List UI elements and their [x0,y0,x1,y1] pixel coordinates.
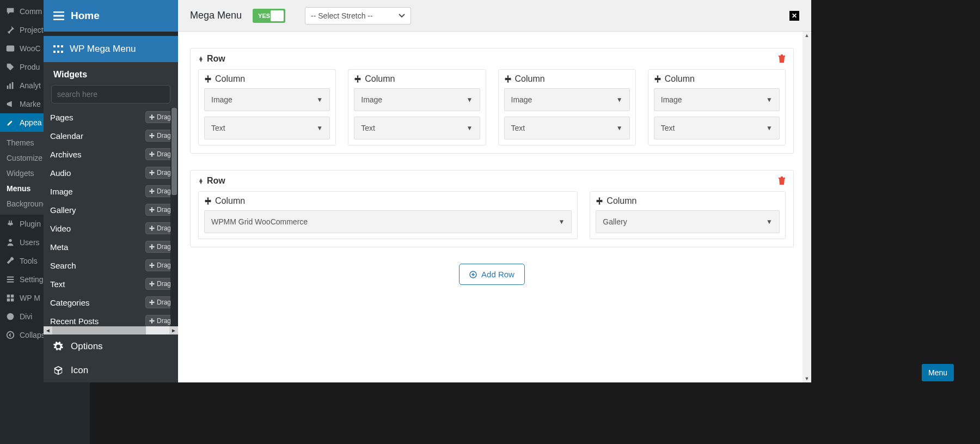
pin-icon [5,25,15,35]
modal-sidebar: Home WP Mega Menu Widgets PagesDragCalen… [44,0,178,382]
wp-mega-menu-label: WP Mega Menu [70,44,136,54]
close-button[interactable]: ✕ [789,11,799,21]
move-icon [204,197,212,205]
widget-item-label: Gallery [50,205,76,215]
column-label: Column [607,196,636,206]
widget-item[interactable]: TextDrag [44,275,178,293]
delete-row-button[interactable] [778,177,786,185]
column-block: ColumnGallery▼ [590,191,786,239]
toggle-knob [271,10,284,21]
column-block: ColumnImage▼Text▼ [198,69,336,145]
options-button[interactable]: Options [44,334,178,358]
bars-icon [5,81,15,90]
placed-widget[interactable]: Text▼ [354,117,480,139]
plug-icon [5,219,15,229]
divi-icon [5,312,15,321]
wp-mega-menu-tab[interactable]: WP Mega Menu [44,36,178,62]
widget-item[interactable]: Recent PostsDrag [44,312,178,326]
row-label: Row [207,176,225,186]
widget-item[interactable]: AudioDrag [44,163,178,182]
svg-rect-2 [9,83,11,89]
modal-main: Mega Menu YES -- Select Stretch -- ✕ ▲▼ … [178,0,811,382]
widget-item[interactable]: GalleryDrag [44,200,178,219]
column-drag-handle[interactable]: Column [654,74,780,84]
widget-item[interactable]: CategoriesDrag [44,293,178,312]
widget-item[interactable]: PagesDrag [44,108,178,126]
placed-widget[interactable]: Image▼ [204,88,330,111]
widget-item[interactable]: ArchivesDrag [44,145,178,163]
hscroll-thumb[interactable] [52,326,146,334]
move-icon [149,133,155,138]
row-drag-handle[interactable]: ▲▼ Row [198,54,225,64]
canvas-scroll-down[interactable]: ▼ [803,375,811,382]
column-drag-handle[interactable]: Column [204,74,330,84]
placed-widget[interactable]: Text▼ [504,117,630,139]
placed-widget[interactable]: Text▼ [204,117,330,139]
trash-icon [778,54,786,63]
tag-icon [5,62,15,72]
scrollbar-thumb[interactable] [171,108,177,195]
column-block: ColumnWPMM Grid WooCommerce▼ [198,191,578,239]
widget-item[interactable]: MetaDrag [44,238,178,256]
woo-icon [5,44,15,53]
placed-widget[interactable]: Image▼ [654,88,780,111]
placed-widget[interactable]: Image▼ [504,88,630,111]
move-icon [149,151,155,157]
move-icon [504,75,512,83]
placed-widget-label: Text [211,124,225,132]
row-block: ▲▼ Row ColumnImage▼Text▼ ColumnImage▼Tex… [190,48,794,154]
canvas-scrollbar[interactable]: ▲ ▼ [803,32,811,382]
canvas-scroll-up[interactable]: ▲ [803,32,811,39]
move-icon [149,207,155,212]
placed-widget[interactable]: Image▼ [354,88,480,111]
row-drag-handle[interactable]: ▲▼ Row [198,176,225,186]
sort-icon: ▲▼ [198,56,204,62]
hscroll-left-arrow[interactable]: ◄ [44,326,52,334]
user-icon [5,238,15,247]
widget-item[interactable]: SearchDrag [44,256,178,275]
svg-rect-3 [12,82,14,89]
column-drag-handle[interactable]: Column [204,196,572,206]
home-button[interactable]: Home [44,0,178,32]
svg-rect-5 [7,295,10,297]
column-drag-handle[interactable]: Column [596,196,780,206]
delete-row-button[interactable] [778,54,786,63]
widget-item[interactable]: ImageDrag [44,182,178,200]
svg-rect-16 [61,51,63,53]
column-drag-handle[interactable]: Column [504,74,630,84]
mega-menu-title: Mega Menu [190,10,242,21]
widget-item-label: Pages [50,113,74,122]
stretch-select[interactable]: -- Select Stretch -- [305,7,411,25]
column-drag-handle[interactable]: Column [354,74,480,84]
widget-list-scrollbar[interactable] [170,108,178,326]
megaphone-icon [5,99,15,109]
svg-rect-1 [7,86,9,89]
widget-item[interactable]: VideoDrag [44,219,178,238]
gear-icon [53,342,63,351]
hscroll-right-arrow[interactable]: ► [169,326,178,334]
placed-widget[interactable]: WPMM Grid WooCommerce▼ [204,210,572,233]
grid-icon [53,45,63,53]
placed-widget[interactable]: Gallery▼ [596,210,780,233]
move-icon [149,300,155,305]
comment-icon [5,7,15,16]
add-row-label: Add Row [481,270,514,279]
svg-point-10 [7,332,14,339]
widget-item[interactable]: CalendarDrag [44,126,178,145]
svg-rect-8 [11,299,14,301]
widget-list-hscroll[interactable]: ◄ ► [44,326,178,334]
column-label: Column [665,74,695,84]
icon-button[interactable]: Icon [44,358,178,382]
save-menu-button[interactable]: Menu [922,364,954,381]
placed-widget[interactable]: Text▼ [654,117,780,139]
widget-search-input[interactable] [51,85,170,104]
placed-widget-label: Image [211,95,232,104]
placed-widget-label: WPMM Grid WooCommerce [211,217,308,226]
move-icon [149,244,155,250]
hscroll-track[interactable] [52,326,169,334]
move-icon [149,281,155,287]
widget-list-scroll[interactable]: PagesDragCalendarDragArchivesDragAudioDr… [44,108,178,326]
add-row-button[interactable]: Add Row [459,264,525,285]
mega-menu-toggle[interactable]: YES [253,9,285,23]
widget-item-label: Audio [50,168,71,178]
